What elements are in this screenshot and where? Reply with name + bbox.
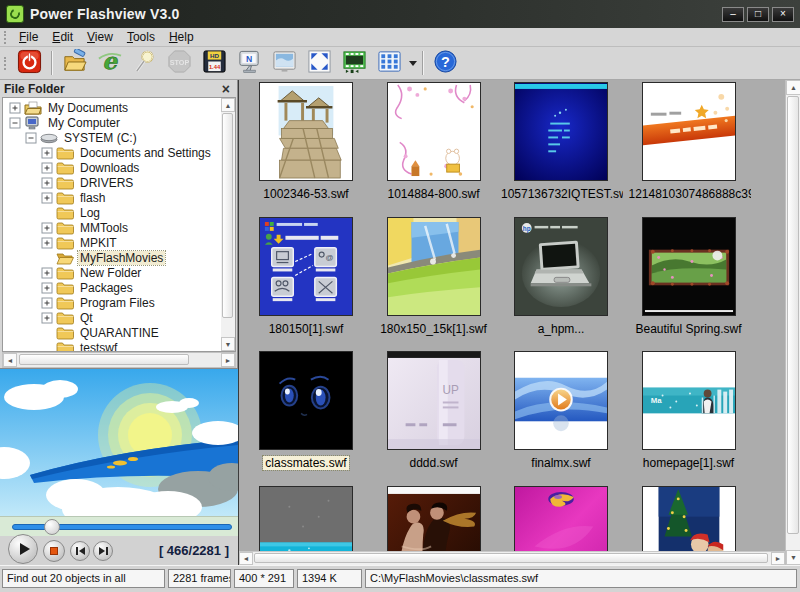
fullscreen-button[interactable] bbox=[304, 49, 335, 78]
stop-playback-button[interactable] bbox=[43, 540, 65, 562]
tree-item-label: Program Files bbox=[78, 296, 157, 310]
scroll-down-icon[interactable]: ▼ bbox=[786, 550, 800, 565]
swf-thumbnail[interactable]: UP bbox=[387, 351, 481, 450]
tree-hscroll-thumb[interactable] bbox=[19, 354, 189, 365]
folder-icon bbox=[56, 281, 74, 295]
panel-close-icon[interactable]: × bbox=[219, 83, 233, 95]
view-mode-button-dropdown-arrow-icon[interactable] bbox=[407, 49, 418, 78]
open-folder-button[interactable] bbox=[59, 49, 90, 78]
minimize-button[interactable]: – bbox=[722, 7, 744, 22]
swf-thumbnail[interactable]: Ma bbox=[642, 351, 736, 450]
save-button[interactable]: HD1.44 bbox=[199, 49, 230, 78]
swf-thumbnail[interactable] bbox=[642, 217, 736, 316]
tree-item-system-c-[interactable]: SYSTEM (C:) bbox=[3, 130, 221, 145]
close-button[interactable]: × bbox=[772, 7, 794, 22]
folder-icon bbox=[56, 341, 74, 353]
swf-thumbnail[interactable] bbox=[514, 351, 608, 450]
tree-item-label: Documents and Settings bbox=[78, 146, 213, 160]
expander-plus-icon[interactable] bbox=[41, 297, 53, 309]
grid-vertical-scrollbar[interactable]: ▲ ▼ bbox=[785, 80, 800, 565]
scroll-right-icon[interactable]: ► bbox=[771, 552, 785, 565]
swf-thumbnail[interactable] bbox=[259, 82, 353, 181]
stop-button[interactable]: STOP bbox=[164, 49, 195, 78]
expander-plus-icon[interactable] bbox=[41, 162, 53, 174]
grid-horizontal-scrollbar[interactable]: ◄ ► bbox=[239, 551, 785, 565]
tree-item-mmtools[interactable]: MMTools bbox=[3, 220, 221, 235]
screen-preview-button[interactable] bbox=[269, 49, 300, 78]
seek-thumb[interactable] bbox=[44, 519, 60, 535]
tree-item-program-files[interactable]: Program Files bbox=[3, 295, 221, 310]
grid-item bbox=[499, 486, 623, 552]
tree-item-log[interactable]: Log bbox=[3, 205, 221, 220]
scroll-left-icon[interactable]: ◄ bbox=[239, 552, 253, 565]
swf-thumbnail[interactable] bbox=[259, 486, 353, 552]
exit-button[interactable] bbox=[14, 49, 45, 78]
menu-file[interactable]: File bbox=[12, 29, 45, 46]
status-filesize: 1394 K bbox=[297, 569, 362, 588]
expander-plus-icon[interactable] bbox=[41, 312, 53, 324]
search-button[interactable] bbox=[129, 49, 160, 78]
swf-thumbnail[interactable] bbox=[387, 82, 481, 181]
swf-thumbnail[interactable] bbox=[259, 351, 353, 450]
scroll-up-icon[interactable]: ▲ bbox=[221, 98, 235, 112]
help-button[interactable]: ? bbox=[430, 49, 461, 78]
swf-thumbnail[interactable] bbox=[514, 486, 608, 552]
menu-view[interactable]: View bbox=[80, 29, 120, 46]
tree-item-quarantine[interactable]: QUARANTINE bbox=[3, 325, 221, 340]
menu-help[interactable]: Help bbox=[162, 29, 201, 46]
swf-thumbnail[interactable] bbox=[642, 486, 736, 552]
expander-minus-icon[interactable] bbox=[25, 132, 37, 144]
tree-horizontal-scrollbar[interactable]: ◄ ► bbox=[2, 352, 236, 368]
titlebar[interactable]: Power Flashview V3.0 – □ × bbox=[0, 0, 800, 28]
export-button[interactable]: N bbox=[234, 49, 265, 78]
grid-hscroll-thumb[interactable] bbox=[254, 553, 768, 563]
expander-plus-icon[interactable] bbox=[41, 267, 53, 279]
menu-edit[interactable]: Edit bbox=[45, 29, 80, 46]
tree-item-documents-and-settings[interactable]: Documents and Settings bbox=[3, 145, 221, 160]
toolbar-grip[interactable] bbox=[4, 57, 9, 70]
expander-plus-icon[interactable] bbox=[41, 177, 53, 189]
last-frame-button[interactable] bbox=[93, 541, 113, 561]
tree-item-my-documents[interactable]: My Documents bbox=[3, 100, 221, 115]
menu-tools[interactable]: Tools bbox=[120, 29, 162, 46]
tree-item-my-computer[interactable]: My Computer bbox=[3, 115, 221, 130]
browser-button[interactable]: e bbox=[94, 49, 125, 78]
menubar-grip[interactable] bbox=[4, 31, 9, 44]
swf-thumbnail[interactable]: hp bbox=[514, 217, 608, 316]
scroll-down-icon[interactable]: ▼ bbox=[221, 337, 235, 351]
swf-thumbnail[interactable] bbox=[514, 82, 608, 181]
expander-plus-icon[interactable] bbox=[9, 102, 21, 114]
expander-minus-icon[interactable] bbox=[9, 117, 21, 129]
tree-item-qt[interactable]: Qt bbox=[3, 310, 221, 325]
expander-plus-icon[interactable] bbox=[41, 237, 53, 249]
grid-scroll-thumb[interactable] bbox=[787, 96, 799, 534]
tree-item-packages[interactable]: Packages bbox=[3, 280, 221, 295]
scroll-left-icon[interactable]: ◄ bbox=[3, 353, 17, 367]
view-mode-button[interactable] bbox=[374, 49, 405, 78]
swf-thumbnail[interactable] bbox=[387, 486, 481, 552]
player-button[interactable] bbox=[339, 49, 370, 78]
tree-scroll-thumb[interactable] bbox=[222, 113, 233, 318]
tree-vertical-scrollbar[interactable]: ▲ ▼ bbox=[221, 98, 235, 351]
first-frame-button[interactable] bbox=[70, 541, 90, 561]
toolbar-separator bbox=[51, 51, 53, 75]
swf-thumbnail[interactable] bbox=[387, 217, 481, 316]
tree-item-flash[interactable]: flash bbox=[3, 190, 221, 205]
tree-item-myflashmovies[interactable]: MyFlashMovies bbox=[3, 250, 221, 265]
scroll-up-icon[interactable]: ▲ bbox=[786, 80, 800, 95]
thumbnail-label: classmates.swf bbox=[263, 456, 348, 470]
scroll-right-icon[interactable]: ► bbox=[221, 353, 235, 367]
expander-plus-icon[interactable] bbox=[41, 282, 53, 294]
play-button[interactable] bbox=[8, 534, 38, 564]
swf-thumbnail[interactable] bbox=[642, 82, 736, 181]
tree-item-drivers[interactable]: DRIVERS bbox=[3, 175, 221, 190]
tree-item-downloads[interactable]: Downloads bbox=[3, 160, 221, 175]
maximize-button[interactable]: □ bbox=[747, 7, 769, 22]
expander-plus-icon[interactable] bbox=[41, 222, 53, 234]
expander-plus-icon[interactable] bbox=[41, 147, 53, 159]
swf-thumbnail[interactable]: @ bbox=[259, 217, 353, 316]
tree-item-mpkit[interactable]: MPKIT bbox=[3, 235, 221, 250]
expander-plus-icon[interactable] bbox=[41, 192, 53, 204]
tree-item-testswf[interactable]: testswf bbox=[3, 340, 221, 352]
tree-item-new-folder[interactable]: New Folder bbox=[3, 265, 221, 280]
